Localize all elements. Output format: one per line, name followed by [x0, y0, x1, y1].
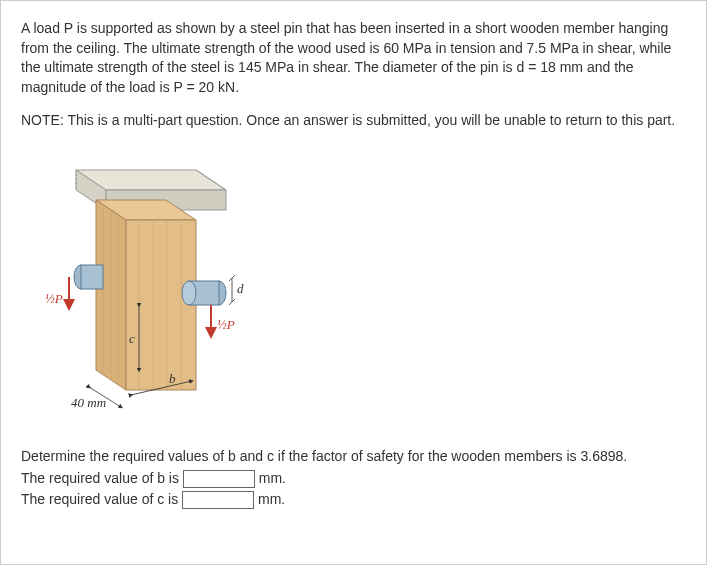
dim-b-label: b — [169, 371, 176, 386]
width-label: 40 mm — [71, 395, 106, 410]
load-label-right: ½P — [217, 317, 235, 332]
wooden-post — [96, 200, 196, 390]
load-label-left: ½P — [45, 291, 63, 306]
svg-marker-7 — [126, 220, 196, 390]
question-section: Determine the required values of b and c… — [21, 447, 686, 510]
svg-rect-16 — [81, 265, 103, 289]
answer-b-input[interactable] — [183, 470, 255, 488]
problem-diagram: ½P ½P d c b 40 mm — [21, 145, 251, 425]
answer-b-pre: The required value of b is — [21, 470, 183, 486]
dim-c-label: c — [129, 331, 135, 346]
problem-statement: A load P is supported as shown by a stee… — [21, 19, 686, 97]
problem-paragraph: A load P is supported as shown by a stee… — [21, 20, 671, 95]
question-prompt: Determine the required values of b and c… — [21, 447, 686, 467]
note-text: NOTE: This is a multi-part question. Onc… — [21, 112, 675, 128]
answer-line-b: The required value of b is mm. — [21, 469, 686, 489]
dim-d-label: d — [237, 281, 244, 296]
answer-c-post: mm. — [254, 491, 285, 507]
answer-c-pre: The required value of c is — [21, 491, 182, 507]
svg-point-19 — [182, 281, 196, 305]
answer-b-post: mm. — [255, 470, 286, 486]
answer-line-c: The required value of c is mm. — [21, 490, 686, 510]
problem-note: NOTE: This is a multi-part question. Onc… — [21, 111, 686, 131]
answer-c-input[interactable] — [182, 491, 254, 509]
